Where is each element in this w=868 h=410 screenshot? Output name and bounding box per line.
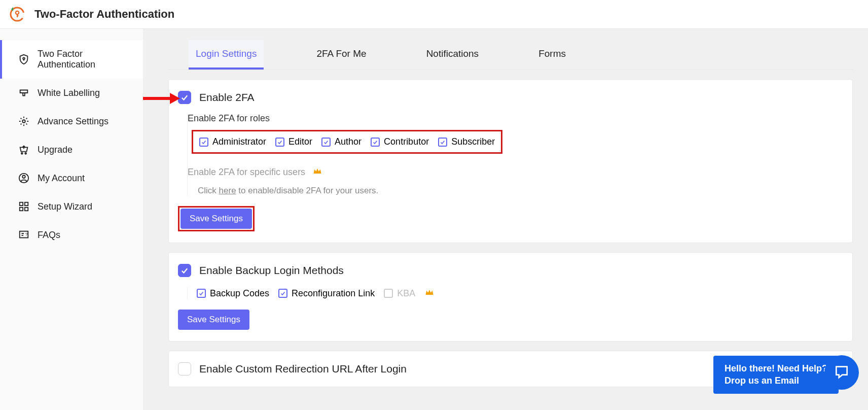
- annotation-arrow-icon: [143, 92, 180, 107]
- svg-rect-9: [25, 202, 28, 206]
- enable-2fa-title: Enable 2FA: [199, 91, 255, 104]
- card-backup-methods: Enable Backup Login Methods Backup Codes…: [168, 252, 853, 341]
- sidebar: Two Factor Authentication White Labellin…: [0, 29, 143, 410]
- svg-point-4: [21, 153, 23, 154]
- tab-forms[interactable]: Forms: [531, 40, 573, 70]
- sidebar-item-label: Advance Settings: [38, 116, 108, 127]
- cart-icon: [18, 144, 29, 155]
- role-subscriber[interactable]: Subscriber: [438, 136, 495, 147]
- save-settings-button[interactable]: Save Settings: [178, 310, 249, 330]
- tab-login-settings[interactable]: Login Settings: [189, 40, 264, 70]
- role-editor[interactable]: Editor: [275, 136, 312, 147]
- svg-rect-11: [25, 208, 28, 211]
- svg-point-1: [16, 11, 19, 14]
- save-settings-button[interactable]: Save Settings: [180, 209, 252, 229]
- main-content: Login Settings 2FA For Me Notifications …: [143, 29, 868, 410]
- save-highlight-box: Save Settings: [178, 206, 255, 231]
- help-fab-button[interactable]: [824, 355, 859, 390]
- faq-icon: ?: [18, 229, 29, 241]
- svg-rect-8: [20, 202, 23, 206]
- svg-rect-10: [20, 208, 23, 211]
- sidebar-item-label: Upgrade: [38, 145, 73, 155]
- crown-icon: [312, 166, 322, 179]
- sidebar-item-faqs[interactable]: ? FAQs: [0, 221, 143, 249]
- role-editor-checkbox[interactable]: [275, 138, 284, 147]
- sidebar-item-advance-settings[interactable]: Advance Settings: [0, 107, 143, 135]
- tabs: Login Settings 2FA For Me Notifications …: [168, 40, 853, 70]
- help-tooltip[interactable]: Hello there! Need Help? Drop us an Email: [713, 356, 839, 394]
- roles-box: Administrator Editor Author Contributor: [192, 130, 502, 154]
- roles-label: Enable 2FA for roles: [188, 113, 843, 124]
- role-administrator[interactable]: Administrator: [199, 136, 266, 147]
- role-contributor-checkbox[interactable]: [371, 138, 380, 147]
- sidebar-item-my-account[interactable]: My Account: [0, 164, 143, 192]
- redirection-title: Enable Custom Redirection URL After Logi…: [199, 363, 407, 375]
- method-kba-checkbox: [384, 289, 393, 298]
- shield-icon: [18, 54, 29, 65]
- sidebar-item-label: Setup Wizard: [38, 201, 92, 212]
- method-backup-codes-checkbox[interactable]: [197, 289, 206, 298]
- sidebar-item-two-factor-authentication[interactable]: Two Factor Authentication: [0, 40, 143, 79]
- specific-users-helper: Click here to enable/disable 2FA for you…: [198, 186, 843, 196]
- app-logo-icon: [9, 6, 25, 22]
- svg-point-3: [22, 120, 25, 123]
- role-author-checkbox[interactable]: [321, 138, 331, 147]
- role-administrator-checkbox[interactable]: [199, 138, 208, 147]
- user-icon: [18, 173, 29, 184]
- role-subscriber-checkbox[interactable]: [438, 138, 447, 147]
- sidebar-item-setup-wizard[interactable]: Setup Wizard: [0, 192, 143, 221]
- sidebar-item-label: Two Factor Authentication: [38, 49, 132, 70]
- crown-icon: [424, 287, 435, 299]
- sidebar-item-label: FAQs: [38, 230, 60, 241]
- svg-marker-15: [170, 93, 180, 104]
- page-title: Two-Factor Authentication: [34, 8, 174, 21]
- topbar: Two-Factor Authentication: [0, 0, 868, 29]
- card-enable-2fa: Enable 2FA Enable 2FA for roles Administ…: [168, 79, 853, 243]
- sidebar-item-label: White Labelling: [38, 88, 100, 98]
- chat-icon: [834, 363, 850, 382]
- backup-title: Enable Backup Login Methods: [199, 264, 344, 277]
- specific-users-row: Enable 2FA for specific users: [188, 166, 843, 179]
- svg-text:?: ?: [25, 232, 28, 237]
- enable-redirection-checkbox[interactable]: [178, 362, 191, 375]
- brush-icon: [18, 87, 29, 98]
- sidebar-item-label: My Account: [38, 173, 85, 184]
- role-contributor[interactable]: Contributor: [371, 136, 429, 147]
- method-reconfiguration-link[interactable]: Reconfiguration Link: [278, 288, 375, 299]
- svg-point-7: [22, 176, 25, 179]
- method-backup-codes[interactable]: Backup Codes: [197, 288, 269, 299]
- enable-backup-checkbox[interactable]: [178, 264, 191, 277]
- method-reconfiguration-link-checkbox[interactable]: [278, 289, 287, 298]
- sidebar-item-upgrade[interactable]: Upgrade: [0, 135, 143, 164]
- svg-point-2: [23, 57, 25, 59]
- tab-2fa-for-me[interactable]: 2FA For Me: [309, 40, 373, 70]
- sidebar-item-white-labelling[interactable]: White Labelling: [0, 79, 143, 107]
- method-kba: KBA: [384, 288, 415, 299]
- svg-point-5: [25, 153, 26, 154]
- role-author[interactable]: Author: [321, 136, 361, 147]
- grid-icon: [18, 201, 29, 212]
- tab-notifications[interactable]: Notifications: [419, 40, 486, 70]
- gear-icon: [18, 116, 29, 127]
- here-link[interactable]: here: [219, 186, 236, 195]
